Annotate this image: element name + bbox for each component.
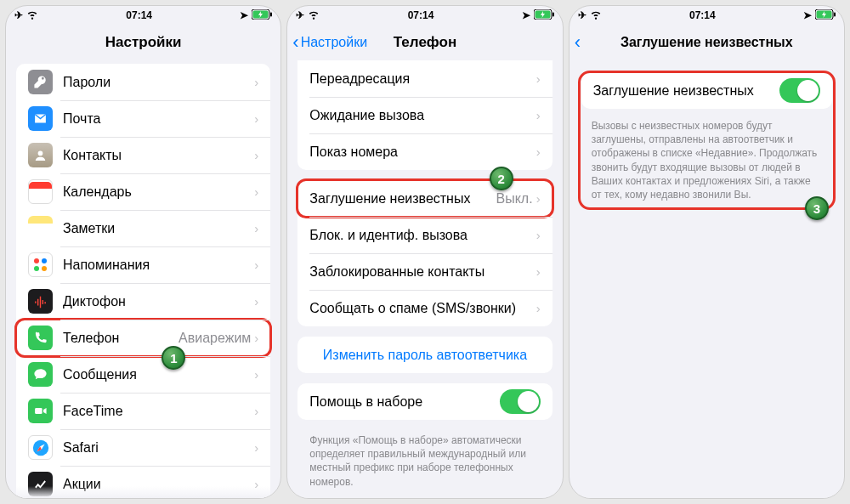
chevron-right-icon: ›: [254, 184, 258, 199]
statusbar: ✈︎ 07:14 ➤: [6, 6, 280, 25]
phone-phone-settings: ✈︎ 07:14 ➤ ‹ Настройки Телефон Переадрес…: [286, 5, 563, 499]
svg-point-3: [38, 151, 43, 156]
row-caller-id[interactable]: Показ номера›: [298, 133, 552, 170]
row-label: Календарь: [63, 184, 254, 200]
facetime-icon: [28, 399, 53, 423]
chevron-right-icon: ›: [254, 367, 258, 382]
row-forwarding[interactable]: Переадресация›: [298, 60, 552, 97]
row-value: Авиарежим: [178, 331, 251, 346]
back-label: Настройки: [301, 35, 367, 50]
row-passwords[interactable]: Пароли ›: [16, 64, 270, 100]
svg-rect-12: [834, 12, 836, 16]
row-messages[interactable]: Сообщения ›: [16, 356, 270, 393]
row-call-blocking[interactable]: Блок. и идентиф. вызова›: [298, 217, 552, 253]
row-value: Выкл.: [496, 191, 533, 207]
battery-icon: [252, 9, 272, 22]
chevron-left-icon: ‹: [292, 33, 298, 52]
location-icon: ➤: [803, 9, 812, 21]
chevron-right-icon: ›: [254, 331, 258, 345]
step-badge-2: 2: [490, 167, 513, 190]
row-label: Заглушение неизвестных: [309, 191, 496, 207]
row-call-waiting[interactable]: Ожидание вызова›: [298, 97, 552, 133]
row-dial-assist[interactable]: Помощь в наборе: [298, 383, 552, 420]
row-blocked-contacts[interactable]: Заблокированные контакты›: [298, 253, 552, 290]
stocks-icon: [28, 472, 53, 496]
mail-icon: [28, 106, 53, 131]
row-label: Напоминания: [63, 258, 254, 273]
settings-list[interactable]: Пароли › Почта › Контакты › Календарь › …: [6, 60, 280, 498]
notes-icon: [28, 216, 53, 241]
messages-icon: [28, 362, 53, 387]
location-icon: ➤: [522, 9, 530, 21]
phone-settings: ✈︎ 07:14 ➤ Настройки Пароли › Почта ›: [5, 5, 281, 499]
calendar-icon: [28, 179, 53, 204]
page-title: Заглушение неизвестных: [570, 35, 844, 50]
airplane-icon: ✈︎: [296, 9, 304, 21]
row-label: Телефон: [63, 331, 178, 346]
chevron-left-icon: ‹: [575, 33, 581, 52]
location-icon: ➤: [240, 9, 248, 21]
svg-rect-2: [270, 12, 272, 16]
key-icon: [28, 70, 53, 94]
phone-icon: [28, 326, 53, 350]
chevron-right-icon: ›: [254, 111, 258, 126]
chevron-right-icon: ›: [254, 258, 258, 272]
chevron-right-icon: ›: [254, 148, 258, 162]
chevron-right-icon: ›: [254, 294, 258, 309]
wifi-icon: [590, 8, 602, 23]
row-label: Заметки: [63, 221, 254, 236]
row-label: Сообщения: [63, 367, 254, 382]
chevron-right-icon: ›: [254, 75, 258, 89]
chevron-right-icon: ›: [254, 477, 258, 491]
chevron-right-icon: ›: [536, 71, 541, 86]
row-silence-unknown-toggle[interactable]: Заглушение неизвестных: [581, 72, 832, 109]
row-label: Почта: [63, 111, 254, 127]
row-label: Акции: [63, 477, 254, 492]
row-voicememos[interactable]: Диктофон ›: [16, 283, 270, 320]
status-time: 07:14: [408, 9, 434, 21]
back-button[interactable]: ‹: [570, 33, 581, 52]
row-change-voicemail-pw[interactable]: Изменить пароль автоответчика: [298, 337, 552, 373]
row-calendar[interactable]: Календарь ›: [16, 173, 270, 210]
navbar: ‹ Настройки Телефон: [287, 25, 562, 60]
row-contacts[interactable]: Контакты ›: [16, 137, 270, 173]
row-phone[interactable]: Телефон Авиарежим › 1: [16, 320, 270, 356]
footer-text: Вызовы с неизвестных номеров будут заглу…: [580, 116, 834, 201]
status-time: 07:14: [126, 9, 152, 21]
dial-assist-toggle[interactable]: [500, 389, 541, 414]
navbar: ‹ Заглушение неизвестных: [570, 25, 844, 60]
navbar: Настройки: [6, 25, 280, 60]
row-stocks[interactable]: Акции ›: [16, 466, 270, 498]
row-mail[interactable]: Почта ›: [16, 100, 270, 137]
chevron-right-icon: ›: [536, 144, 541, 159]
battery-icon: [815, 9, 836, 22]
back-button[interactable]: ‹ Настройки: [287, 33, 367, 52]
status-time: 07:14: [689, 9, 716, 21]
phone-silence-unknown: ✈︎ 07:14 ➤ ‹ Заглушение неизвестных Загл…: [569, 5, 845, 499]
row-label: Контакты: [63, 148, 254, 163]
row-spam-report[interactable]: Сообщать о спаме (SMS/звонки)›: [298, 290, 552, 326]
battery-icon: [534, 9, 554, 22]
chevron-right-icon: ›: [254, 404, 258, 418]
row-reminders[interactable]: Напоминания ›: [16, 246, 270, 283]
row-label: Переадресация: [309, 71, 536, 87]
row-label: Сообщать о спаме (SMS/звонки): [309, 301, 536, 316]
statusbar: ✈︎ 07:14 ➤: [570, 6, 844, 25]
row-label: Safari: [63, 440, 254, 456]
row-label: Блок. и идентиф. вызова: [309, 228, 536, 243]
row-label: Заблокированные контакты: [309, 264, 536, 280]
row-notes[interactable]: Заметки ›: [16, 210, 270, 246]
row-silence-unknown[interactable]: Заглушение неизвестных Выкл. ›: [298, 180, 552, 217]
chevron-right-icon: ›: [536, 108, 541, 122]
row-facetime[interactable]: FaceTime ›: [16, 393, 270, 429]
row-label: Пароли: [63, 75, 254, 90]
wifi-icon: [26, 8, 38, 23]
chevron-right-icon: ›: [536, 228, 541, 242]
row-label: FaceTime: [63, 404, 254, 419]
row-label: Показ номера: [309, 144, 536, 160]
voicememos-icon: [28, 289, 53, 314]
silence-unknown-toggle[interactable]: [779, 78, 820, 103]
chevron-right-icon: ›: [254, 221, 258, 235]
chevron-right-icon: ›: [536, 301, 541, 315]
row-safari[interactable]: Safari ›: [16, 429, 270, 466]
